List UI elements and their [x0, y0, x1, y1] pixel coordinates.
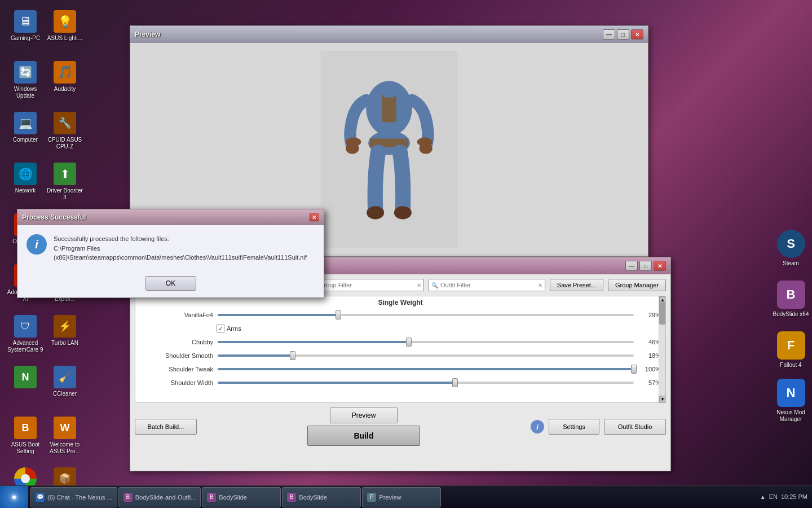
icon-asus-lighting[interactable]: 💡 ASUS Lighti... [45, 6, 85, 54]
taskbar-item-chat[interactable]: 💬 (6) Chat - The Nexus ... [30, 487, 117, 507]
scrollbar-thumb[interactable] [659, 302, 665, 325]
icon-advanced-sys[interactable]: 🛡 Advanced SystemCare 9 [6, 310, 45, 358]
minimize-button[interactable]: — [603, 29, 615, 40]
build-button[interactable]: Build [307, 426, 420, 446]
arms-checkbox-label[interactable]: Arms [217, 325, 241, 332]
icon-welcome-asus[interactable]: W Welcome to ASUS Pro... [45, 412, 85, 460]
dialog-title: Process Successful [22, 213, 304, 221]
scrollbar-down-arrow[interactable]: ▼ [659, 396, 666, 402]
dialog-footer: OK [17, 271, 324, 297]
icon-network[interactable]: 🌐 Network [6, 158, 45, 206]
icon-steam[interactable]: S Steam [773, 226, 809, 271]
icon-turbo-lan[interactable]: ⚡ Turbo LAN [45, 310, 85, 358]
slider-row-chubby: Chubby 46% [140, 336, 661, 348]
slider-value-shoulder-width: 57% [638, 379, 661, 386]
taskbar-item-bodyslide3[interactable]: B BodySlide [282, 487, 361, 507]
sliders-section: Single Weight VanillaFo4 29% Arms [135, 296, 666, 403]
close-button[interactable]: ✕ [631, 29, 643, 40]
group-filter-container: 🔍 ✕ [307, 279, 424, 291]
bottom-center-buttons: Preview Build [307, 408, 420, 446]
section-title: Single Weight [140, 299, 661, 306]
icon-windows-update[interactable]: 🔄 Windows Update [6, 56, 45, 104]
icon-cpuid[interactable]: 🔧 CPUID ASUS CPU-Z [45, 107, 85, 155]
arms-checkbox[interactable] [217, 325, 224, 332]
process-successful-dialog: Process Successful ✕ i Successfully proc… [17, 209, 324, 298]
start-button[interactable] [0, 486, 28, 509]
dialog-info-icon: i [27, 234, 47, 255]
clear-outfit-filter-icon[interactable]: ✕ [538, 282, 542, 288]
slider-label-shoulder-smooth: Shoulder Smooth [140, 352, 213, 359]
svg-rect-2 [382, 95, 396, 122]
svg-point-11 [417, 138, 433, 147]
bodyslide-content: Preset Norah101 🔍 ✕ 🔍 ✕ Sa [130, 274, 670, 450]
tray-chevron[interactable]: ▲ [760, 494, 766, 500]
sliders-scrollbar[interactable]: ▲ ▼ [659, 296, 665, 402]
slider-label-vanillafo4: VanillaFo4 [140, 312, 213, 318]
maximize-button[interactable]: □ [617, 29, 629, 40]
icon-nexus-mod-manager[interactable]: N Nexus Mod Manager [773, 378, 809, 423]
icon-driver-booster[interactable]: ⬆ Driver Booster 3 [45, 158, 85, 206]
window-controls: — □ ✕ [603, 29, 643, 40]
dialog-message: Successfully processed the following fil… [54, 234, 307, 262]
svg-point-8 [394, 206, 412, 219]
model-figure [319, 51, 460, 248]
bs-maximize-button[interactable]: □ [639, 261, 652, 271]
arms-label: Arms [227, 325, 241, 332]
slider-value-shoulder-tweak: 100% [638, 366, 661, 373]
icon-bodyslide-x64[interactable]: B BodySlide x64 [773, 277, 809, 322]
slider-value-shoulder-smooth: 18% [638, 352, 661, 359]
bs-minimize-button[interactable]: — [625, 261, 638, 271]
icon-audacity[interactable]: 🎵 Audacity [45, 56, 85, 104]
preview-title: Preview [135, 30, 598, 38]
bs-close-button[interactable]: ✕ [654, 261, 666, 271]
system-clock: 10:25 PM [781, 493, 807, 501]
icon-ccleaner[interactable]: 🧹 CCleaner [45, 361, 85, 409]
slider-label-shoulder-tweak: Shoulder Tweak [140, 366, 213, 373]
slider-track-chubby[interactable] [218, 341, 634, 343]
desktop: 🖥 Gaming-PC 💡 ASUS Lighti... 🔄 Windows U… [0, 0, 812, 508]
outfit-studio-button[interactable]: Outfit Studio [604, 419, 666, 435]
bottom-buttons: Batch Build... Preview Build i Settings … [135, 408, 666, 446]
outfit-filter-input[interactable] [440, 282, 536, 288]
clock-time: 10:25 PM [781, 493, 807, 501]
icon-nvidia[interactable]: N [6, 361, 45, 409]
icon-asus-bios[interactable]: B ASUS Boot Setting [6, 412, 45, 460]
bottom-right-buttons: i Settings Outfit Studio [531, 419, 666, 435]
bodyslide-window-controls: — □ ✕ [625, 261, 666, 271]
save-preset-button[interactable]: Save Preset... [550, 279, 603, 291]
taskbar-item-preview[interactable]: P Preview [362, 487, 441, 507]
outfit-filter-container: 🔍 ✕ [429, 279, 545, 291]
arms-checkbox-row: Arms [140, 322, 661, 335]
slider-track-vanillafo4[interactable] [218, 314, 634, 316]
icon-fallout4[interactable]: F Fallout 4 [773, 327, 809, 373]
right-icons: S Steam B BodySlide x64 F Fallout 4 N Ne… [773, 226, 809, 423]
batch-build-button[interactable]: Batch Build... [135, 419, 197, 435]
clear-group-filter-icon[interactable]: ✕ [417, 282, 421, 288]
slider-row-vanillafo4: VanillaFo4 29% [140, 309, 661, 321]
group-filter-input[interactable] [319, 282, 414, 288]
icon-computer[interactable]: 💻 Computer [6, 107, 45, 155]
icon-gaming-pc[interactable]: 🖥 Gaming-PC [6, 6, 45, 54]
search-icon-outfit: 🔍 [431, 282, 438, 288]
svg-point-14 [12, 496, 16, 499]
slider-row-shoulder-smooth: Shoulder Smooth 18% [140, 349, 661, 362]
slider-value-chubby: 46% [638, 339, 661, 345]
slider-track-shoulder-width[interactable] [218, 382, 634, 384]
settings-button[interactable]: Settings [549, 419, 599, 435]
info-button[interactable]: i [531, 420, 544, 433]
preview-button[interactable]: Preview [330, 408, 398, 423]
taskbar-item-bodyslide2[interactable]: B BodySlide [202, 487, 281, 507]
taskbar-item-bodyslide-outfi[interactable]: B BodySlide-and-Outfi... [118, 487, 201, 507]
slider-row-shoulder-tweak: Shoulder Tweak 100% [140, 363, 661, 375]
taskbar-items: 💬 (6) Chat - The Nexus ... B BodySlide-a… [28, 486, 756, 509]
bottom-left-buttons: Batch Build... [135, 419, 197, 435]
dialog-ok-button[interactable]: OK [145, 276, 196, 291]
filter-row: 🔍 ✕ 🔍 ✕ [307, 279, 545, 291]
preview-titlebar: Preview — □ ✕ [130, 26, 648, 43]
svg-point-7 [367, 206, 384, 219]
svg-point-10 [346, 138, 361, 147]
slider-track-shoulder-tweak[interactable] [218, 368, 634, 370]
dialog-close-button[interactable]: ✕ [309, 213, 319, 222]
group-manager-button[interactable]: Group Manager [608, 279, 666, 291]
slider-track-shoulder-smooth[interactable] [218, 354, 634, 357]
